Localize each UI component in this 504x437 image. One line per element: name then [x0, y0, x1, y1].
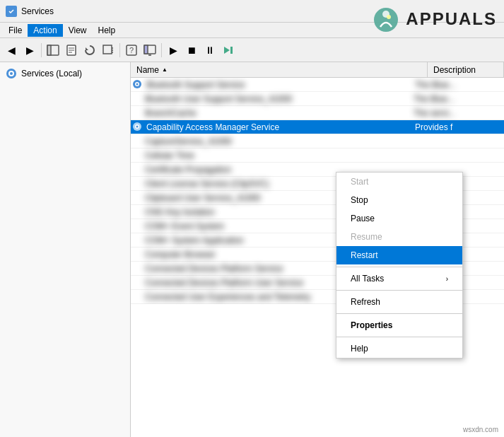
- service-empty-icon: [132, 107, 142, 119]
- svg-rect-8: [103, 45, 112, 54]
- svg-marker-7: [86, 47, 88, 50]
- col-header-name: Name ▲: [131, 62, 428, 77]
- toolbar-export[interactable]: [100, 42, 117, 59]
- service-desc: The Blue...: [414, 94, 484, 104]
- menu-view[interactable]: View: [63, 24, 93, 37]
- context-menu-stop[interactable]: Stop: [336, 191, 462, 209]
- service-empty-icon: [132, 93, 142, 105]
- service-empty-icon: [132, 206, 142, 218]
- svg-text:?: ?: [129, 46, 134, 54]
- context-menu-properties[interactable]: Properties: [336, 316, 462, 334]
- menu-action[interactable]: Action: [28, 24, 62, 37]
- service-name: Cellular Time: [145, 151, 414, 161]
- title-icon: [6, 6, 17, 17]
- toolbar-show-hide[interactable]: [45, 42, 61, 59]
- service-name-selected: Capability Access Manager Service: [146, 122, 415, 132]
- toolbar-monitor[interactable]: [141, 42, 158, 59]
- services-header: Name ▲ Description: [131, 62, 504, 78]
- svg-rect-2: [47, 45, 51, 55]
- service-gear-icon-selected: [132, 122, 143, 133]
- service-name: Bluetooth Support Service: [146, 80, 415, 90]
- service-empty-icon: [132, 235, 142, 246]
- service-desc: The Blue...: [415, 80, 486, 90]
- toolbar-sep3: [161, 43, 162, 57]
- context-menu-all-tasks[interactable]: All Tasks ›: [336, 269, 462, 288]
- toolbar-step[interactable]: [220, 42, 237, 59]
- toolbar: ◀ ▶ ?: [0, 38, 504, 62]
- service-name: BranchCache: [145, 108, 414, 118]
- toolbar-play[interactable]: ▶: [165, 42, 182, 59]
- svg-marker-18: [224, 47, 230, 54]
- context-menu-restart[interactable]: Restart: [336, 246, 462, 264]
- menu-file[interactable]: File: [3, 24, 28, 37]
- wsxdn-watermark: wsxdn.com: [463, 426, 498, 433]
- service-desc-selected: Provides f: [415, 122, 486, 132]
- sidebar-item-label: Services (Local): [21, 69, 82, 78]
- table-row[interactable]: CaptureService_41000: [131, 134, 504, 148]
- toolbar-refresh[interactable]: [81, 42, 98, 59]
- main-content: Services (Local) Name ▲ Description: [0, 62, 504, 437]
- toolbar-pause[interactable]: ⏸: [201, 42, 218, 59]
- service-empty-icon: [132, 263, 142, 274]
- toolbar-help[interactable]: ?: [123, 42, 140, 59]
- col-header-desc: Description: [428, 62, 504, 77]
- context-menu: Start Stop Pause Resume Restart All Task…: [336, 172, 463, 359]
- service-empty-icon: [132, 291, 142, 303]
- services-panel: Name ▲ Description Bluetooth Support Ser…: [131, 62, 504, 437]
- context-menu-refresh[interactable]: Refresh: [336, 293, 462, 311]
- toolbar-forward[interactable]: ▶: [21, 42, 38, 59]
- service-name: CaptureService_41000: [145, 136, 414, 146]
- title-text: Services: [21, 6, 54, 16]
- toolbar-sep1: [41, 43, 42, 57]
- context-menu-sep2: [336, 290, 462, 291]
- svg-point-31: [387, 15, 391, 19]
- service-empty-icon: [132, 221, 142, 232]
- table-row[interactable]: BranchCache The servi...: [131, 106, 504, 120]
- sort-arrow: ▲: [162, 66, 168, 73]
- toolbar-stop[interactable]: ⏹: [183, 42, 200, 59]
- table-row[interactable]: Bluetooth Support Service The Blue...: [131, 78, 504, 92]
- service-empty-icon: [132, 192, 142, 204]
- toolbar-sep2: [119, 43, 120, 57]
- context-menu-start[interactable]: Start: [336, 173, 462, 191]
- table-row[interactable]: Bluetooth User Support Service_41000 The…: [131, 92, 504, 106]
- sidebar: Services (Local): [0, 62, 131, 437]
- svg-rect-15: [144, 45, 148, 54]
- service-gear-icon: [132, 79, 143, 91]
- service-empty-icon: [132, 150, 142, 161]
- service-empty-icon: [132, 136, 142, 147]
- context-menu-sep4: [336, 337, 462, 337]
- appuals-logo: APPUALS: [373, 7, 497, 33]
- services-local-icon: [6, 68, 17, 79]
- service-empty-icon: [132, 249, 142, 260]
- svg-point-22: [10, 72, 13, 75]
- table-row[interactable]: Capability Access Manager Service Provid…: [131, 120, 504, 134]
- service-desc: The servi...: [414, 108, 484, 118]
- context-menu-pause[interactable]: Pause: [336, 209, 462, 228]
- svg-rect-19: [230, 47, 233, 54]
- appuals-text: APPUALS: [406, 9, 497, 28]
- toolbar-back[interactable]: ◀: [3, 42, 20, 59]
- svg-point-25: [136, 83, 139, 85]
- context-menu-sep1: [336, 267, 462, 267]
- menu-help[interactable]: Help: [93, 24, 122, 37]
- submenu-arrow-icon: ›: [446, 275, 448, 283]
- sidebar-item-services-local[interactable]: Services (Local): [0, 65, 130, 82]
- service-empty-icon: [132, 164, 142, 175]
- svg-point-28: [136, 125, 139, 127]
- context-menu-sep3: [336, 313, 462, 314]
- context-menu-help[interactable]: Help: [336, 339, 462, 358]
- context-menu-resume[interactable]: Resume: [336, 228, 462, 246]
- service-name: Bluetooth User Support Service_41000: [145, 94, 414, 104]
- service-empty-icon: [132, 277, 142, 289]
- toolbar-doc[interactable]: [63, 42, 80, 59]
- table-row[interactable]: Cellular Time: [131, 148, 504, 163]
- service-empty-icon: [132, 178, 142, 190]
